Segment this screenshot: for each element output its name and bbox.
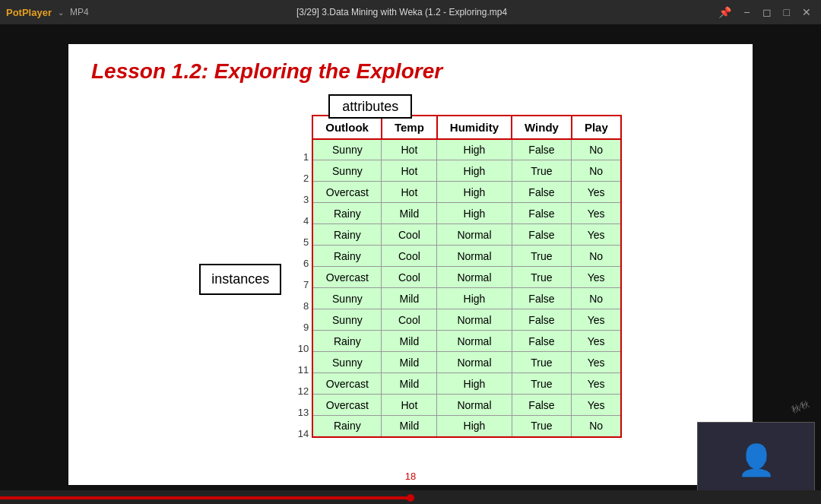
row-numbers: 1 2 3 4 5 6 7 8 9 10 11 12 13 14 <box>293 115 312 445</box>
cell-r11-c1: Sunny <box>312 352 382 373</box>
presenter-thumbnail: 👤 <box>697 422 815 498</box>
cell-r5-c3: Normal <box>437 224 512 246</box>
cell-r5-c2: Cool <box>382 224 437 246</box>
cell-r2-c3: High <box>437 160 512 182</box>
cell-r7-c1: Overcast <box>312 267 382 288</box>
row-num-12: 12 <box>293 381 312 402</box>
table-row: SunnyMildHighFalseNo <box>312 288 620 309</box>
cell-r6-c5: No <box>572 246 621 267</box>
cell-r12-c2: Mild <box>382 373 437 395</box>
window-title: [3/29] 3.Data Mining with Weka (1.2 - Ex… <box>95 7 709 17</box>
cell-r8-c3: High <box>437 288 512 309</box>
cell-r10-c5: Yes <box>572 331 621 352</box>
row-num-5: 5 <box>293 232 312 253</box>
close-button[interactable]: ✕ <box>798 5 815 20</box>
column-header-windy: Windy <box>512 116 572 139</box>
cell-r9-c3: Normal <box>437 309 512 331</box>
cell-r7-c2: Cool <box>382 267 437 288</box>
cell-r10-c1: Rainy <box>312 331 382 352</box>
cell-r6-c4: True <box>512 246 572 267</box>
cell-r5-c1: Rainy <box>312 224 382 246</box>
cell-r3-c2: Hot <box>382 182 437 203</box>
cell-r9-c4: False <box>512 309 572 331</box>
cell-r14-c1: Rainy <box>312 416 382 437</box>
cell-r1-c3: High <box>437 139 512 160</box>
row-num-3: 3 <box>293 189 312 211</box>
restore-button[interactable]: ◻ <box>759 5 775 20</box>
watermark: 秋⁄秋 <box>790 398 811 415</box>
minimize-button[interactable]: − <box>740 5 753 20</box>
cell-r6-c3: Normal <box>437 246 512 267</box>
main-content: Lesson 1.2: Exploring the Explorer attri… <box>0 24 821 504</box>
fullscreen-button[interactable]: □ <box>780 5 794 20</box>
table-row: RainyMildNormalFalseYes <box>312 331 620 352</box>
progress-fill <box>0 496 410 499</box>
table-row: RainyMildHighTrueNo <box>312 416 620 437</box>
cell-r7-c3: Normal <box>437 267 512 288</box>
table-row: SunnyHotHighFalseNo <box>312 139 620 160</box>
cell-r13-c3: Normal <box>437 395 512 416</box>
cell-r1-c5: No <box>572 139 621 160</box>
row-num-2: 2 <box>293 168 312 189</box>
slide-area: Lesson 1.2: Exploring the Explorer attri… <box>68 44 753 485</box>
cell-r13-c5: Yes <box>572 395 621 416</box>
table-row: RainyMildHighFalseYes <box>312 203 620 224</box>
cell-r10-c4: False <box>512 331 572 352</box>
cell-r4-c3: High <box>437 203 512 224</box>
cell-r8-c2: Mild <box>382 288 437 309</box>
cell-r8-c1: Sunny <box>312 288 382 309</box>
cell-r1-c2: Hot <box>382 139 437 160</box>
cell-r12-c1: Overcast <box>312 373 382 395</box>
cell-r14-c5: No <box>572 416 621 437</box>
progress-dot[interactable] <box>407 494 414 502</box>
row-num-10: 10 <box>293 338 312 360</box>
cell-r11-c3: Normal <box>437 352 512 373</box>
cell-r7-c5: Yes <box>572 267 621 288</box>
cell-r11-c4: True <box>512 352 572 373</box>
row-num-1: 1 <box>293 147 312 168</box>
cell-r4-c5: Yes <box>572 203 621 224</box>
row-num-7: 7 <box>293 274 312 296</box>
instances-label: instances <box>199 264 281 295</box>
cell-r3-c3: High <box>437 182 512 203</box>
table-row: OvercastCoolNormalTrueYes <box>312 267 620 288</box>
format-label: MP4 <box>70 7 89 17</box>
column-header-temp: Temp <box>382 116 437 139</box>
cell-r5-c5: Yes <box>572 224 621 246</box>
cell-r12-c3: High <box>437 373 512 395</box>
table-outer: instances 1 2 3 4 5 6 7 8 9 10 11 <box>199 115 622 445</box>
cell-r4-c4: False <box>512 203 572 224</box>
cell-r9-c1: Sunny <box>312 309 382 331</box>
table-wrapper: attributes instances 1 2 3 4 5 6 7 8 <box>199 99 622 445</box>
progress-bar-container[interactable] <box>0 490 821 504</box>
cell-r8-c4: False <box>512 288 572 309</box>
cell-r2-c2: Hot <box>382 160 437 182</box>
pin-button[interactable]: 📌 <box>715 5 735 20</box>
chevron-icon: ⌄ <box>58 8 64 17</box>
row-num-4: 4 <box>293 211 312 232</box>
cell-r5-c4: False <box>512 224 572 246</box>
table-row: SunnyCoolNormalFalseYes <box>312 309 620 331</box>
cell-r7-c4: True <box>512 267 572 288</box>
row-num-6: 6 <box>293 253 312 274</box>
cell-r4-c2: Mild <box>382 203 437 224</box>
table-row: RainyCoolNormalTrueNo <box>312 246 620 267</box>
column-header-outlook: Outlook <box>312 116 382 139</box>
cell-r13-c1: Overcast <box>312 395 382 416</box>
row-num-9: 9 <box>293 317 312 338</box>
table-row: RainyCoolNormalFalseYes <box>312 224 620 246</box>
row-num-13: 13 <box>293 402 312 423</box>
cell-r9-c5: Yes <box>572 309 621 331</box>
cell-r12-c5: Yes <box>572 373 621 395</box>
cell-r12-c4: True <box>512 373 572 395</box>
cell-r2-c4: True <box>512 160 572 182</box>
row-num-8: 8 <box>293 296 312 317</box>
cell-r3-c1: Overcast <box>312 182 382 203</box>
cell-r11-c2: Mild <box>382 352 437 373</box>
cell-r9-c2: Cool <box>382 309 437 331</box>
row-num-14: 14 <box>293 423 312 445</box>
cell-r3-c4: False <box>512 182 572 203</box>
data-table: OutlookTempHumidityWindyPlay SunnyHotHig… <box>312 115 621 438</box>
cell-r3-c5: Yes <box>572 182 621 203</box>
row-num-11: 11 <box>293 360 312 381</box>
